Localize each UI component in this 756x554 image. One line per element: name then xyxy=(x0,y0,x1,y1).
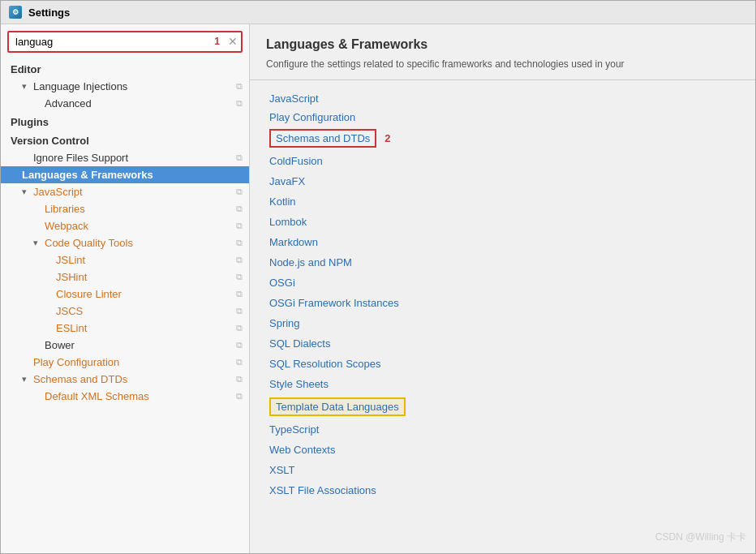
link-xslt-file-associations[interactable]: XSLT File Associations xyxy=(266,480,739,500)
sidebar-item-jshint[interactable]: JSHint ⧉ xyxy=(1,268,249,286)
panel-header: Languages & Frameworks Configure the set… xyxy=(250,24,755,80)
arrow-icon: ▾ xyxy=(22,374,33,384)
link-kotlin[interactable]: Kotlin xyxy=(266,191,739,212)
copy-icon: ⧉ xyxy=(236,391,243,402)
link-lombok[interactable]: Lombok xyxy=(266,212,739,232)
main-panel: Languages & Frameworks Configure the set… xyxy=(250,24,755,553)
app-icon: ⚙ xyxy=(9,6,22,19)
link-coldfusion[interactable]: ColdFusion xyxy=(266,151,739,171)
sidebar-item-closure-linter[interactable]: Closure Linter ⧉ xyxy=(1,286,249,303)
sidebar-item-label: Schemas and DTDs xyxy=(33,373,233,385)
sidebar-item-language-injections[interactable]: ▾ Language Injections ⧉ xyxy=(1,78,249,95)
sidebar-tree: Editor ▾ Language Injections ⧉ Advanced … xyxy=(1,58,249,553)
copy-icon: ⧉ xyxy=(236,255,243,265)
copy-icon: ⧉ xyxy=(236,272,243,282)
copy-icon: ⧉ xyxy=(236,98,243,109)
arrow-icon: ▾ xyxy=(22,187,33,197)
search-clear-button[interactable]: ✕ xyxy=(228,35,238,48)
sidebar-item-webpack[interactable]: Webpack ⧉ xyxy=(1,217,249,234)
link-style-sheets[interactable]: Style Sheets xyxy=(266,374,739,394)
copy-icon: ⧉ xyxy=(236,374,243,384)
sidebar-item-code-quality-tools[interactable]: ▾ Code Quality Tools ⧉ xyxy=(1,234,249,251)
sidebar-item-label: JSCS xyxy=(56,305,233,317)
sidebar-item-label: Bower xyxy=(45,339,233,351)
panel-content: JavaScript Play Configuration Schemas an… xyxy=(250,80,755,553)
schemas-dtds-row: Schemas and DTDs 2 xyxy=(266,126,739,151)
link-javascript[interactable]: JavaScript xyxy=(266,88,739,109)
sidebar-item-label: Code Quality Tools xyxy=(45,237,233,249)
sidebar-item-advanced[interactable]: Advanced ⧉ xyxy=(1,95,249,112)
panel-description: Configure the settings related to specif… xyxy=(266,57,739,71)
link-template-data-languages[interactable]: Template Data Languages xyxy=(269,397,406,416)
link-osgi[interactable]: OSGi xyxy=(266,273,739,293)
arrow-icon: ▾ xyxy=(22,81,33,92)
copy-icon: ⧉ xyxy=(236,306,243,316)
sidebar-item-javascript[interactable]: ▾ JavaScript ⧉ xyxy=(1,183,249,200)
sidebar-item-label: Ignore Files Support xyxy=(33,152,233,164)
link-sql-resolution-scopes[interactable]: SQL Resolution Scopes xyxy=(266,354,739,374)
sidebar-item-label: Play Configuration xyxy=(33,356,233,368)
copy-icon: ⧉ xyxy=(236,152,243,163)
sidebar-item-schemas-dtds[interactable]: ▾ Schemas and DTDs ⧉ xyxy=(1,371,249,388)
sidebar-item-label: JavaScript xyxy=(33,186,233,198)
section-plugins: Plugins xyxy=(1,112,249,131)
link-osgi-framework-instances[interactable]: OSGi Framework Instances xyxy=(266,293,739,313)
search-box: 1 ✕ xyxy=(1,24,249,58)
sidebar-item-jscs[interactable]: JSCS ⧉ xyxy=(1,303,249,320)
title-bar: ⚙ Settings xyxy=(1,1,755,24)
link-schemas-dtds[interactable]: Schemas and DTDs xyxy=(269,129,376,148)
watermark: CSDN @Willing 卡卡 xyxy=(655,530,746,544)
section-version-control: Version Control xyxy=(1,131,249,149)
sidebar-item-label: Language Injections xyxy=(33,80,233,92)
window-title: Settings xyxy=(28,6,70,19)
sidebar-item-label: Advanced xyxy=(45,97,233,110)
settings-window: ⚙ Settings 1 ✕ Editor ▾ Language Injecti… xyxy=(0,0,756,554)
sidebar-item-label: JSLint xyxy=(56,254,233,266)
sidebar-item-label: Closure Linter xyxy=(56,288,233,300)
sidebar-item-label: Default XML Schemas xyxy=(45,390,233,402)
sidebar-item-jslint[interactable]: JSLint ⧉ xyxy=(1,251,249,268)
content-area: 1 ✕ Editor ▾ Language Injections ⧉ Advan… xyxy=(1,24,755,553)
link-javafx[interactable]: JavaFX xyxy=(266,171,739,191)
sidebar-item-ignore-files[interactable]: Ignore Files Support ⧉ xyxy=(1,149,249,166)
template-data-row: Template Data Languages xyxy=(266,394,739,419)
play-configuration-row: Play Configuration xyxy=(266,109,739,126)
link-nodejs-npm[interactable]: Node.js and NPM xyxy=(266,252,739,273)
link-play-configuration[interactable]: Play Configuration xyxy=(269,111,355,123)
sidebar-item-label: ESLint xyxy=(56,322,233,334)
sidebar-item-label: Languages & Frameworks xyxy=(22,169,243,181)
copy-icon: ⧉ xyxy=(236,323,243,333)
panel-title: Languages & Frameworks xyxy=(266,37,739,52)
search-input[interactable] xyxy=(7,31,243,53)
copy-icon: ⧉ xyxy=(236,81,243,92)
copy-icon: ⧉ xyxy=(236,221,243,231)
arrow-icon: ▾ xyxy=(33,238,45,248)
search-badge: 1 xyxy=(214,36,220,47)
sidebar-item-label: Libraries xyxy=(45,203,233,215)
link-typescript[interactable]: TypeScript xyxy=(266,419,739,440)
link-web-contexts[interactable]: Web Contexts xyxy=(266,440,739,460)
link-xslt[interactable]: XSLT xyxy=(266,460,739,480)
copy-icon: ⧉ xyxy=(236,340,243,350)
sidebar-item-bower[interactable]: Bower ⧉ xyxy=(1,337,249,354)
link-spring[interactable]: Spring xyxy=(266,313,739,333)
section-editor: Editor xyxy=(1,59,249,78)
sidebar: 1 ✕ Editor ▾ Language Injections ⧉ Advan… xyxy=(1,24,250,553)
sidebar-item-play-configuration[interactable]: Play Configuration ⧉ xyxy=(1,354,249,371)
copy-icon: ⧉ xyxy=(236,204,243,214)
copy-icon: ⧉ xyxy=(236,289,243,299)
sidebar-item-label: JSHint xyxy=(56,271,233,283)
copy-icon: ⧉ xyxy=(236,357,243,367)
sidebar-item-libraries[interactable]: Libraries ⧉ xyxy=(1,200,249,217)
copy-icon: ⧉ xyxy=(236,238,243,248)
link-sql-dialects[interactable]: SQL Dialects xyxy=(266,333,739,354)
badge-2: 2 xyxy=(384,132,390,144)
sidebar-item-label: Webpack xyxy=(45,220,233,232)
sidebar-item-eslint[interactable]: ESLint ⧉ xyxy=(1,320,249,337)
link-markdown[interactable]: Markdown xyxy=(266,232,739,252)
sidebar-item-default-xml-schemas[interactable]: Default XML Schemas ⧉ xyxy=(1,388,249,405)
copy-icon: ⧉ xyxy=(236,187,243,197)
sidebar-item-languages-frameworks[interactable]: Languages & Frameworks xyxy=(1,166,249,183)
